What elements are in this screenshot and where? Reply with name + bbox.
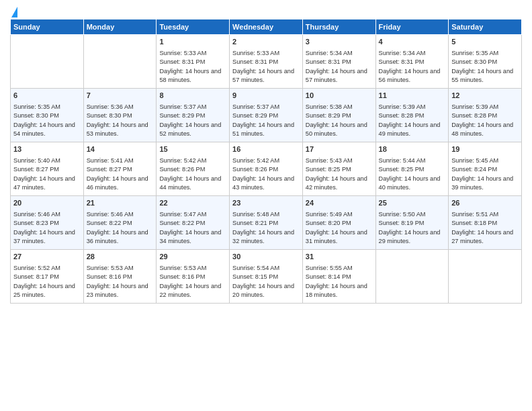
cell-detail: Sunrise: 5:42 AMSunset: 8:26 PMDaylight:… [232, 157, 294, 191]
weekday-header-sunday: Sunday [11, 19, 84, 35]
cell-detail: Sunrise: 5:49 AMSunset: 8:20 PMDaylight:… [306, 211, 367, 245]
cell-detail: Sunrise: 5:35 AMSunset: 8:30 PMDaylight:… [451, 50, 513, 84]
cell-detail: Sunrise: 5:46 AMSunset: 8:23 PMDaylight:… [13, 211, 75, 245]
cell-detail: Sunrise: 5:53 AMSunset: 8:16 PMDaylight:… [159, 265, 221, 299]
day-number: 14 [87, 144, 154, 154]
weekday-header-row: SundayMondayTuesdayWednesdayThursdayFrid… [11, 19, 522, 35]
calendar-cell: 7Sunrise: 5:36 AMSunset: 8:30 PMDaylight… [83, 89, 157, 142]
day-number: 12 [451, 91, 519, 101]
day-number: 24 [306, 198, 373, 208]
calendar-cell [83, 35, 157, 89]
weekday-header-tuesday: Tuesday [157, 19, 230, 35]
day-number: 20 [13, 198, 81, 208]
day-number: 30 [232, 252, 300, 262]
day-number: 25 [379, 198, 446, 208]
cell-detail: Sunrise: 5:34 AMSunset: 8:31 PMDaylight:… [379, 50, 441, 84]
day-number: 2 [232, 37, 300, 47]
day-number: 9 [232, 91, 300, 101]
weekday-header-wednesday: Wednesday [230, 19, 303, 35]
calendar-cell: 26Sunrise: 5:51 AMSunset: 8:18 PMDayligh… [449, 196, 522, 250]
cell-detail: Sunrise: 5:40 AMSunset: 8:27 PMDaylight:… [13, 157, 75, 191]
cell-detail: Sunrise: 5:46 AMSunset: 8:22 PMDaylight:… [87, 211, 148, 245]
calendar-cell: 18Sunrise: 5:44 AMSunset: 8:25 PMDayligh… [375, 142, 449, 196]
cell-detail: Sunrise: 5:51 AMSunset: 8:18 PMDaylight:… [451, 211, 513, 245]
day-number: 29 [159, 252, 226, 262]
calendar-cell: 11Sunrise: 5:39 AMSunset: 8:28 PMDayligh… [375, 89, 449, 142]
cell-detail: Sunrise: 5:45 AMSunset: 8:24 PMDaylight:… [451, 157, 513, 191]
calendar-cell: 28Sunrise: 5:53 AMSunset: 8:16 PMDayligh… [83, 250, 157, 304]
calendar-cell: 9Sunrise: 5:37 AMSunset: 8:29 PMDaylight… [230, 89, 303, 142]
cell-detail: Sunrise: 5:39 AMSunset: 8:28 PMDaylight:… [451, 103, 513, 138]
weekday-header-saturday: Saturday [449, 19, 522, 35]
calendar-cell [449, 250, 522, 304]
calendar-cell: 30Sunrise: 5:54 AMSunset: 8:15 PMDayligh… [230, 250, 303, 304]
weekday-header-monday: Monday [83, 19, 157, 35]
cell-detail: Sunrise: 5:44 AMSunset: 8:25 PMDaylight:… [379, 157, 441, 191]
cell-detail: Sunrise: 5:33 AMSunset: 8:31 PMDaylight:… [159, 50, 221, 84]
logo [10, 7, 17, 13]
day-number: 21 [87, 198, 154, 208]
calendar-cell: 31Sunrise: 5:55 AMSunset: 8:14 PMDayligh… [302, 250, 375, 304]
header [10, 7, 522, 13]
weekday-header-thursday: Thursday [302, 19, 375, 35]
week-row-4: 20Sunrise: 5:46 AMSunset: 8:23 PMDayligh… [11, 196, 522, 250]
day-number: 26 [451, 198, 519, 208]
calendar-cell: 21Sunrise: 5:46 AMSunset: 8:22 PMDayligh… [83, 196, 157, 250]
calendar-cell: 8Sunrise: 5:37 AMSunset: 8:29 PMDaylight… [157, 89, 230, 142]
calendar-cell: 29Sunrise: 5:53 AMSunset: 8:16 PMDayligh… [157, 250, 230, 304]
cell-detail: Sunrise: 5:48 AMSunset: 8:21 PMDaylight:… [232, 211, 294, 245]
day-number: 31 [306, 252, 373, 262]
cell-detail: Sunrise: 5:42 AMSunset: 8:26 PMDaylight:… [159, 157, 221, 191]
day-number: 16 [232, 144, 300, 154]
page: SundayMondayTuesdayWednesdayThursdayFrid… [0, 0, 532, 411]
weekday-header-friday: Friday [375, 19, 449, 35]
day-number: 18 [379, 144, 446, 154]
cell-detail: Sunrise: 5:34 AMSunset: 8:31 PMDaylight:… [306, 50, 367, 84]
week-row-1: 1Sunrise: 5:33 AMSunset: 8:31 PMDaylight… [11, 35, 522, 89]
cell-detail: Sunrise: 5:53 AMSunset: 8:16 PMDaylight:… [87, 265, 148, 299]
calendar-cell: 5Sunrise: 5:35 AMSunset: 8:30 PMDaylight… [449, 35, 522, 89]
day-number: 17 [306, 144, 373, 154]
cell-detail: Sunrise: 5:37 AMSunset: 8:29 PMDaylight:… [159, 103, 221, 138]
calendar-cell: 22Sunrise: 5:47 AMSunset: 8:22 PMDayligh… [157, 196, 230, 250]
day-number: 11 [379, 91, 446, 101]
day-number: 1 [159, 37, 226, 47]
cell-detail: Sunrise: 5:35 AMSunset: 8:30 PMDaylight:… [13, 103, 75, 138]
calendar-cell: 25Sunrise: 5:50 AMSunset: 8:19 PMDayligh… [375, 196, 449, 250]
cell-detail: Sunrise: 5:55 AMSunset: 8:14 PMDaylight:… [306, 265, 367, 299]
day-number: 4 [379, 37, 446, 47]
day-number: 27 [13, 252, 81, 262]
cell-detail: Sunrise: 5:47 AMSunset: 8:22 PMDaylight:… [159, 211, 221, 245]
cell-detail: Sunrise: 5:39 AMSunset: 8:28 PMDaylight:… [379, 103, 441, 138]
calendar-cell: 12Sunrise: 5:39 AMSunset: 8:28 PMDayligh… [449, 89, 522, 142]
calendar-table: SundayMondayTuesdayWednesdayThursdayFrid… [10, 19, 522, 304]
calendar-cell: 27Sunrise: 5:52 AMSunset: 8:17 PMDayligh… [11, 250, 84, 304]
cell-detail: Sunrise: 5:37 AMSunset: 8:29 PMDaylight:… [232, 103, 294, 138]
day-number: 28 [87, 252, 154, 262]
day-number: 5 [451, 37, 519, 47]
calendar-cell: 20Sunrise: 5:46 AMSunset: 8:23 PMDayligh… [11, 196, 84, 250]
week-row-5: 27Sunrise: 5:52 AMSunset: 8:17 PMDayligh… [11, 250, 522, 304]
calendar-cell [11, 35, 84, 89]
calendar-cell: 16Sunrise: 5:42 AMSunset: 8:26 PMDayligh… [230, 142, 303, 196]
calendar-cell: 17Sunrise: 5:43 AMSunset: 8:25 PMDayligh… [302, 142, 375, 196]
cell-detail: Sunrise: 5:54 AMSunset: 8:15 PMDaylight:… [232, 265, 294, 299]
day-number: 6 [13, 91, 81, 101]
day-number: 15 [159, 144, 226, 154]
calendar-cell: 24Sunrise: 5:49 AMSunset: 8:20 PMDayligh… [302, 196, 375, 250]
calendar-cell: 14Sunrise: 5:41 AMSunset: 8:27 PMDayligh… [83, 142, 157, 196]
day-number: 8 [159, 91, 226, 101]
calendar-cell: 15Sunrise: 5:42 AMSunset: 8:26 PMDayligh… [157, 142, 230, 196]
cell-detail: Sunrise: 5:38 AMSunset: 8:29 PMDaylight:… [306, 103, 367, 138]
week-row-2: 6Sunrise: 5:35 AMSunset: 8:30 PMDaylight… [11, 89, 522, 142]
day-number: 22 [159, 198, 226, 208]
calendar-cell: 13Sunrise: 5:40 AMSunset: 8:27 PMDayligh… [11, 142, 84, 196]
day-number: 7 [87, 91, 154, 101]
day-number: 19 [451, 144, 519, 154]
calendar-cell: 6Sunrise: 5:35 AMSunset: 8:30 PMDaylight… [11, 89, 84, 142]
week-row-3: 13Sunrise: 5:40 AMSunset: 8:27 PMDayligh… [11, 142, 522, 196]
calendar-cell: 4Sunrise: 5:34 AMSunset: 8:31 PMDaylight… [375, 35, 449, 89]
cell-detail: Sunrise: 5:52 AMSunset: 8:17 PMDaylight:… [13, 265, 75, 299]
calendar-cell [375, 250, 449, 304]
logo-triangle-icon [11, 7, 17, 17]
